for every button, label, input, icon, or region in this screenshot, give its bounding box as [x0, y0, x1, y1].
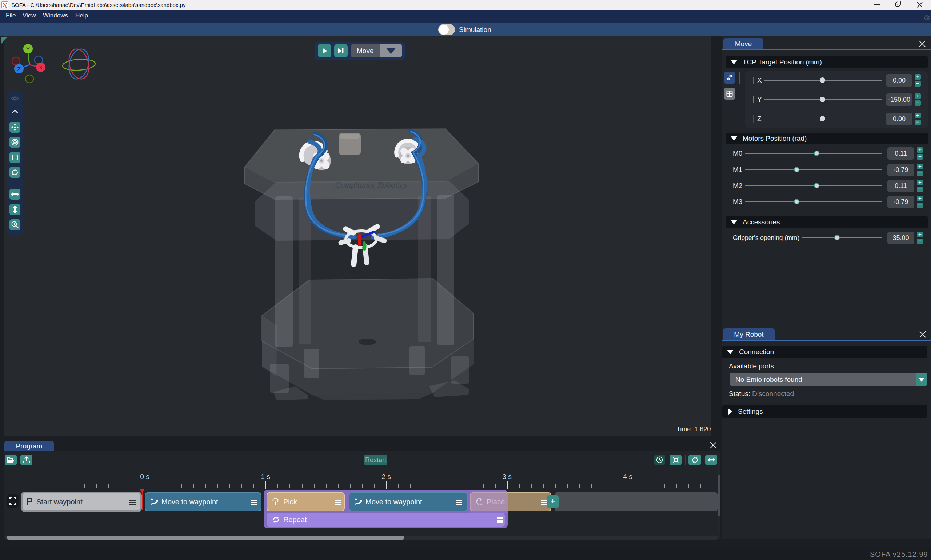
svg-text:X: X: [39, 65, 43, 71]
svg-text:s: s: [5, 5, 7, 8]
svg-text:Y: Y: [26, 46, 30, 52]
svg-text:Z: Z: [17, 66, 20, 72]
svg-text:Compliance Robotics: Compliance Robotics: [335, 180, 406, 189]
